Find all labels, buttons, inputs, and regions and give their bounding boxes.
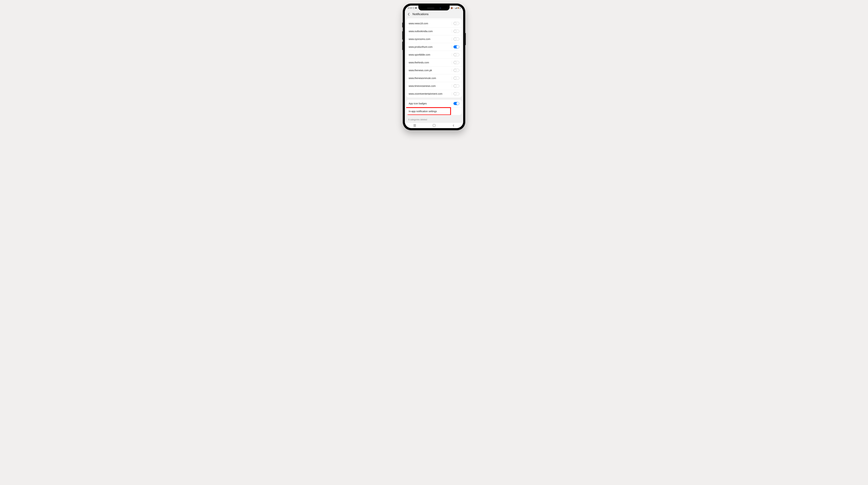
site-toggle[interactable]: [454, 69, 459, 72]
toggle-divider: [452, 45, 452, 49]
chevron-left-icon: [408, 13, 409, 16]
site-row[interactable]: www.thenews.com.pk: [406, 66, 462, 74]
app-icon-badges-label: App icon badges: [409, 102, 427, 105]
toggle-divider: [452, 84, 452, 88]
toggle-divider: [452, 69, 452, 72]
mute-icon: 🔕: [451, 7, 453, 9]
site-row[interactable]: www.zoomtventertainment.com: [406, 90, 462, 98]
toggle-divider: [452, 30, 452, 33]
site-domain-label: www.timesnownews.com: [409, 85, 436, 87]
toggle-group: [452, 45, 459, 49]
phone-frame: 22:32 🔕 ⧜ Notifications: [403, 3, 465, 130]
site-row[interactable]: www.sportbible.com: [406, 51, 462, 59]
site-row[interactable]: www.timesnownews.com: [406, 82, 462, 90]
toggle-group: [452, 84, 459, 88]
recents-icon: [413, 124, 416, 125]
svg-rect-0: [413, 7, 414, 9]
site-toggle[interactable]: [454, 45, 459, 49]
site-row[interactable]: www.thehindu.com: [406, 59, 462, 66]
site-toggle[interactable]: [454, 22, 459, 25]
notch: [418, 5, 450, 10]
side-button: [402, 23, 403, 27]
chevron-left-icon: [453, 124, 454, 127]
battery-icon: [458, 7, 460, 9]
site-domain-label: www.thenews.com.pk: [409, 69, 432, 72]
site-toggle[interactable]: [454, 37, 459, 41]
general-settings-card: App icon badges In-app notification sett…: [406, 100, 462, 115]
site-domain-label: www.producthunt.com: [409, 46, 433, 48]
nav-back-button[interactable]: [452, 124, 455, 127]
site-row[interactable]: www.oyorooms.com: [406, 35, 462, 43]
content-area: www.news18.com www.outlookindia.com www.…: [405, 19, 463, 123]
toggle-group: [452, 22, 459, 25]
site-domain-label: www.outlookindia.com: [409, 30, 433, 33]
site-domain-label: www.thehindu.com: [409, 61, 429, 64]
toggle-group: [452, 69, 459, 72]
notification-indicator-icon: [415, 7, 417, 9]
toggle-divider: [452, 61, 452, 64]
page-title: Notifications: [412, 12, 429, 16]
site-domain-label: www.sportbible.com: [409, 53, 430, 56]
screen: 22:32 🔕 ⧜ Notifications: [405, 5, 463, 128]
speaker-slot: [427, 8, 434, 8]
toggle-divider: [452, 53, 452, 56]
in-app-notification-settings-label: In-app notification settings: [409, 110, 437, 113]
power-button: [465, 33, 466, 45]
toggle-group: [452, 61, 459, 64]
nav-recents-button[interactable]: [413, 124, 416, 127]
site-toggle[interactable]: [454, 77, 459, 80]
front-camera: [439, 7, 441, 9]
site-toggle[interactable]: [454, 53, 459, 56]
status-time: 22:32: [408, 7, 412, 9]
site-domain-label: www.oyorooms.com: [409, 38, 430, 40]
toggle-group: [452, 92, 459, 95]
page-header: Notifications: [405, 10, 463, 19]
deleted-categories-note: 6 categories deleted: [405, 117, 463, 123]
site-row[interactable]: www.outlookindia.com: [406, 27, 462, 35]
site-row[interactable]: www.thenewsminute.com: [406, 74, 462, 82]
site-domain-label: www.thenewsminute.com: [409, 77, 436, 80]
svg-rect-1: [415, 7, 416, 9]
site-notifications-card: www.news18.com www.outlookindia.com www.…: [406, 19, 462, 98]
back-button[interactable]: [407, 13, 410, 16]
signal-icon: [455, 7, 457, 9]
app-icon-badges-toggle[interactable]: [454, 102, 459, 105]
toggle-divider: [452, 92, 452, 95]
toggle-divider: [452, 77, 452, 80]
site-row[interactable]: www.news18.com: [406, 20, 462, 27]
toggle-divider: [452, 37, 452, 41]
system-nav-bar: [405, 123, 463, 128]
site-toggle[interactable]: [454, 61, 459, 64]
in-app-notification-settings-row[interactable]: In-app notification settings: [406, 107, 462, 115]
notification-indicator-icon: [413, 7, 414, 9]
site-row[interactable]: www.producthunt.com: [406, 43, 462, 51]
site-toggle[interactable]: [454, 30, 459, 33]
toggle-group: [452, 77, 459, 80]
site-domain-label: www.zoomtventertainment.com: [409, 92, 442, 95]
toggle-group: [452, 37, 459, 41]
site-toggle[interactable]: [454, 84, 459, 88]
toggle-group: [452, 53, 459, 56]
wifi-icon: ⧜: [454, 7, 454, 9]
toggle-group: [452, 30, 459, 33]
site-toggle[interactable]: [454, 92, 459, 95]
site-domain-label: www.news18.com: [409, 22, 428, 25]
nav-home-button[interactable]: [433, 124, 435, 127]
toggle-divider: [452, 22, 452, 25]
volume-down-button: [402, 42, 403, 50]
app-icon-badges-row[interactable]: App icon badges: [406, 100, 462, 107]
volume-up-button: [402, 31, 403, 39]
